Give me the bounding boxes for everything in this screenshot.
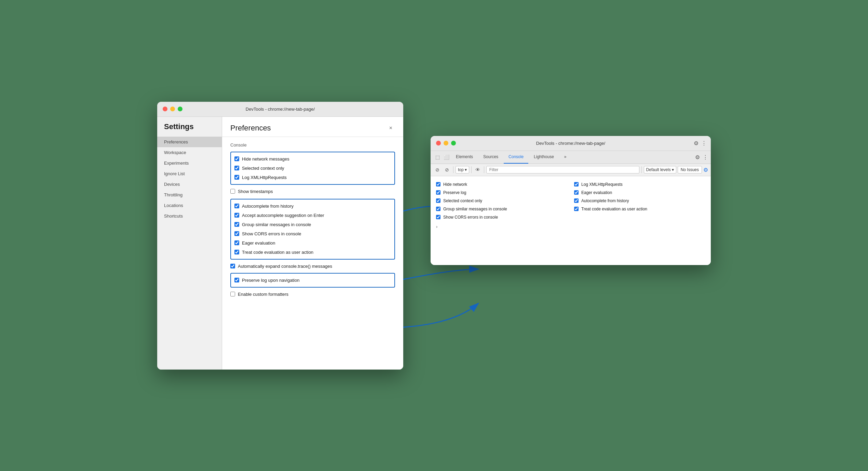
console-filter-input[interactable] <box>486 166 639 174</box>
tab-more[interactable]: » <box>559 151 571 164</box>
console-eager-eval-label: Eager evaluation <box>581 190 612 195</box>
console-preserve-log: Preserve log <box>436 189 567 197</box>
checkbox-accept-autocomplete-label: Accept autocomplete suggestion on Enter <box>242 213 324 218</box>
checkbox-treat-code-input[interactable] <box>234 250 239 254</box>
sidebar-item-ignore-list[interactable]: Ignore List <box>157 168 222 179</box>
checkbox-preserve-log-label: Preserve log upon navigation <box>242 278 299 283</box>
elements-inspect-icon[interactable]: ⬚ <box>433 153 442 161</box>
console-group-similar-input[interactable] <box>436 207 440 211</box>
checkbox-selected-context-label: Selected context only <box>242 166 284 171</box>
console-log-xml-label: Log XMLHttpRequests <box>581 182 623 187</box>
sidebar-item-workspace[interactable]: Workspace <box>157 147 222 158</box>
checkbox-auto-expand-label: Automatically expand console.trace() mes… <box>238 264 332 269</box>
devtools-more-icon[interactable]: ⋮ <box>703 154 708 161</box>
console-log-xml-input[interactable] <box>574 182 579 186</box>
console-settings-gear-icon[interactable]: ⚙ <box>703 167 708 173</box>
settings-heading: Settings <box>157 122 222 137</box>
checkbox-custom-formatters-input[interactable] <box>230 292 235 296</box>
no-issues-badge[interactable]: No Issues <box>678 166 702 174</box>
chevron-right-icon: › <box>436 224 437 229</box>
checkbox-auto-expand-input[interactable] <box>230 264 235 268</box>
checkbox-group-similar-label: Group similar messages in console <box>242 222 311 227</box>
settings-content: Settings Preferences Workspace Experimen… <box>157 117 403 370</box>
console-log-xml: Log XMLHttpRequests <box>574 180 705 189</box>
devtools-gear-icon[interactable]: ⚙ <box>694 140 699 147</box>
tab-elements[interactable]: Elements <box>451 151 478 164</box>
tab-console[interactable]: Console <box>504 151 528 164</box>
block-icon[interactable]: ⊘ <box>443 166 451 174</box>
checkbox-show-timestamps: Show timestamps <box>230 187 395 196</box>
console-eager-eval: Eager evaluation <box>574 189 705 197</box>
console-toolbar: ⊘ ⊘ top ▾ 👁 Default levels ▾ No Issues ⚙ <box>431 164 711 176</box>
toolbar-divider-2 <box>471 166 472 173</box>
console-autocomplete-label: Autocomplete from history <box>581 198 629 203</box>
console-group-similar-label: Group similar messages in console <box>443 207 507 211</box>
checkbox-cors-errors-input[interactable] <box>234 231 239 236</box>
console-selected-context-input[interactable] <box>436 198 440 203</box>
checkbox-hide-network-input[interactable] <box>234 156 239 161</box>
default-levels-selector[interactable]: Default levels ▾ <box>644 166 676 174</box>
sidebar-item-experiments[interactable]: Experiments <box>157 158 222 168</box>
close-x-button[interactable]: × <box>386 124 395 133</box>
console-autocomplete: Autocomplete from history <box>574 197 705 205</box>
devtools-titlebar: DevTools - chrome://new-tab-page/ ⚙ ⋮ <box>431 136 711 151</box>
close-button[interactable] <box>163 107 167 111</box>
sidebar-item-devices[interactable]: Devices <box>157 179 222 190</box>
checkbox-cors-errors-label: Show CORS errors in console <box>242 231 301 236</box>
devtools-settings-icon[interactable]: ⚙ <box>695 154 700 161</box>
checkbox-eager-eval-label: Eager evaluation <box>242 240 275 246</box>
settings-group-1: Hide network messages Selected context o… <box>230 152 395 185</box>
checkbox-autocomplete-input[interactable] <box>234 204 239 208</box>
console-cors-errors-input[interactable] <box>436 215 440 219</box>
console-selected-context-label: Selected context only <box>443 198 482 203</box>
console-preserve-log-label: Preserve log <box>443 190 466 195</box>
settings-sidebar: Settings Preferences Workspace Experimen… <box>157 117 222 370</box>
window-title: DevTools - chrome://new-tab-page/ <box>246 107 315 112</box>
clear-console-icon[interactable]: ⊘ <box>433 166 442 174</box>
context-selector[interactable]: top ▾ <box>456 166 469 174</box>
console-hide-network-label: Hide network <box>443 182 467 187</box>
console-hide-network-input[interactable] <box>436 182 440 186</box>
context-chevron: ▾ <box>465 167 467 172</box>
settings-titlebar: DevTools - chrome://new-tab-page/ <box>157 102 403 117</box>
checkbox-preserve-log-input[interactable] <box>234 278 239 282</box>
checkbox-hide-network: Hide network messages <box>234 154 391 164</box>
sidebar-item-throttling[interactable]: Throttling <box>157 190 222 200</box>
sidebar-item-preferences[interactable]: Preferences <box>157 137 222 147</box>
settings-main: Preferences × Console Hide network messa… <box>222 117 403 370</box>
console-selected-context: Selected context only <box>436 197 567 205</box>
console-treat-code-input[interactable] <box>574 207 579 211</box>
checkbox-group-similar-input[interactable] <box>234 222 239 227</box>
checkbox-show-timestamps-input[interactable] <box>230 189 235 194</box>
checkbox-autocomplete: Autocomplete from history <box>234 202 391 211</box>
checkbox-eager-eval-input[interactable] <box>234 240 239 245</box>
devtools-minimize-button[interactable] <box>444 141 448 146</box>
devtools-close-button[interactable] <box>436 141 441 146</box>
tab-sources[interactable]: Sources <box>478 151 503 164</box>
checkbox-auto-expand: Automatically expand console.trace() mes… <box>230 262 395 271</box>
console-section-label: Console <box>230 142 395 148</box>
console-autocomplete-input[interactable] <box>574 198 579 203</box>
sidebar-item-locations[interactable]: Locations <box>157 200 222 211</box>
console-preserve-log-input[interactable] <box>436 190 440 195</box>
console-col-1: Hide network Preserve log Selected conte… <box>436 180 567 221</box>
sidebar-item-shortcuts[interactable]: Shortcuts <box>157 211 222 221</box>
device-toolbar-icon[interactable]: ⬜ <box>442 153 450 161</box>
devtools-window-controls <box>436 141 456 146</box>
checkbox-log-xml-input[interactable] <box>234 175 239 180</box>
window-controls <box>163 107 182 111</box>
minimize-button[interactable] <box>170 107 175 111</box>
checkbox-autocomplete-label: Autocomplete from history <box>242 204 294 209</box>
scene: DevTools - chrome://new-tab-page/ Settin… <box>157 102 711 370</box>
eye-icon[interactable]: 👁 <box>474 166 482 174</box>
checkbox-custom-formatters: Enable custom formatters <box>230 290 395 299</box>
console-eager-eval-input[interactable] <box>574 190 579 195</box>
devtools-maximize-button[interactable] <box>451 141 456 146</box>
maximize-button[interactable] <box>178 107 182 111</box>
devtools-kebab-icon[interactable]: ⋮ <box>701 140 707 147</box>
console-prompt-area[interactable]: › <box>436 221 705 232</box>
checkbox-selected-context-input[interactable] <box>234 166 239 170</box>
tab-lighthouse[interactable]: Lighthouse <box>529 151 559 164</box>
checkbox-accept-autocomplete-input[interactable] <box>234 213 239 218</box>
checkbox-selected-context: Selected context only <box>234 164 391 173</box>
